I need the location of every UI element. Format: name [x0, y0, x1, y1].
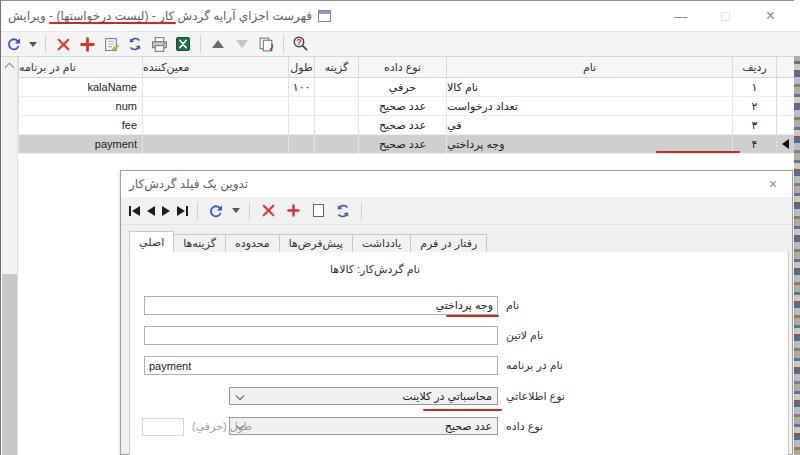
refresh-dropdown-icon[interactable]	[5, 35, 23, 53]
cell-determiner	[142, 116, 288, 135]
column-header-length[interactable]: طول	[288, 57, 314, 78]
refresh-icon[interactable]	[334, 202, 352, 220]
nav-first-icon[interactable]	[129, 206, 140, 216]
delete-icon[interactable]	[54, 35, 72, 53]
tab-defaults[interactable]: پيش‌فرض‌ها	[279, 234, 353, 253]
cell-length	[288, 97, 314, 116]
table-row[interactable]: fee عدد صحيح في ۳	[18, 116, 794, 135]
column-header-radif[interactable]: رديف	[732, 57, 776, 78]
cell-radif: ۱	[732, 78, 776, 97]
delete-icon[interactable]	[259, 202, 277, 220]
table-row[interactable]: kalaName ۱۰۰ حرفي نام کالا ۱	[18, 78, 794, 97]
tab-main[interactable]: اصلي	[129, 231, 174, 253]
tab-range[interactable]: محدوده	[225, 234, 280, 253]
cell-name: نام کالا	[446, 78, 732, 97]
minimize-button[interactable]: —	[658, 1, 703, 31]
table-row[interactable]: num عدد صحيح تعداد درخواست ۲	[18, 97, 794, 116]
cell-option	[314, 97, 358, 116]
tab-page-main: نام گردش‌کار: کالاها نام نام لاتين نام د…	[129, 252, 789, 455]
info-type-value: محاسباتي در کلاينت	[230, 390, 497, 403]
add-icon[interactable]	[78, 35, 96, 53]
cell-marker	[776, 97, 794, 116]
cell-option	[314, 78, 358, 97]
latin-name-input[interactable]	[144, 326, 498, 345]
main-titlebar: فهرست اجزاي آرايه گردش کار - (ليست درخوا…	[1, 1, 800, 31]
cell-determiner	[142, 78, 288, 97]
dialog-toolbar	[121, 197, 792, 225]
main-window-title: فهرست اجزاي آرايه گردش کار - (ليست درخوا…	[8, 9, 312, 23]
cell-length	[288, 135, 314, 154]
sort-ascending-icon[interactable]	[209, 35, 227, 53]
annotation-row-name-underline	[656, 151, 740, 153]
cell-length: ۱۰۰	[288, 78, 314, 97]
maximize-button[interactable]	[703, 1, 748, 31]
cell-radif: ۲	[732, 97, 776, 116]
cell-data-type: عدد صحيح	[358, 116, 446, 135]
new-page-icon[interactable]	[309, 202, 327, 220]
print-icon[interactable]	[150, 35, 168, 53]
column-header-option[interactable]: گزينه	[314, 57, 358, 78]
copy-pages-icon[interactable]	[257, 35, 275, 53]
close-icon: ×	[766, 7, 775, 25]
screenshot-root: فهرست اجزاي آرايه گردش کار - (ليست درخوا…	[0, 0, 800, 455]
refresh-icon[interactable]	[126, 35, 144, 53]
data-type-select[interactable]: عدد صحيح	[229, 417, 498, 435]
name-label: نام	[506, 299, 656, 312]
annotation-info-type-underline	[423, 409, 502, 411]
scrollbar-up-icon[interactable]	[5, 63, 15, 73]
latin-name-label: نام لاتين	[506, 329, 656, 342]
cell-prog-name: num	[18, 97, 142, 116]
toolbar-separator	[45, 35, 46, 53]
nav-previous-icon[interactable]	[147, 206, 155, 216]
current-row-marker	[776, 135, 794, 154]
refresh-dropdown-icon[interactable]	[207, 202, 225, 220]
vertical-scrollbar[interactable]	[2, 57, 18, 455]
background-edge-sliver	[794, 56, 800, 455]
dialog-titlebar: تدوين يک فيلد گردش‌کار ×	[121, 171, 792, 197]
prog-name-label: نام در برنامه	[506, 359, 656, 372]
tab-options[interactable]: گزينه‌ها	[173, 234, 226, 253]
annotation-title-underline	[49, 22, 176, 24]
tab-behavior-in-form[interactable]: رفتار در فرم	[410, 234, 487, 253]
search-help-icon[interactable]: ?	[292, 35, 310, 53]
toolbar-separator	[283, 35, 284, 53]
cell-marker	[776, 116, 794, 135]
column-header-data-type[interactable]: نوع داده	[358, 57, 446, 78]
scrollbar-thumb[interactable]	[2, 274, 17, 455]
info-type-label: نوع اطلاعاتي	[506, 390, 656, 403]
prog-name-input[interactable]	[144, 356, 498, 375]
column-header-name[interactable]: نام	[446, 57, 732, 78]
close-button[interactable]: ×	[748, 1, 793, 31]
toolbar-separator	[249, 202, 250, 220]
length-input[interactable]	[142, 418, 184, 436]
length-label: طول (حرفي)	[192, 420, 252, 433]
column-header-marker	[776, 57, 794, 78]
toolbar-separator	[200, 35, 201, 53]
maximize-icon	[721, 12, 730, 21]
close-icon: ×	[769, 176, 777, 192]
edit-form-icon[interactable]	[102, 35, 120, 53]
nav-last-icon[interactable]	[177, 206, 188, 216]
export-excel-icon[interactable]	[174, 35, 192, 53]
fields-table: نام در برنامه معين‌کننده طول گزينه نوع د…	[18, 57, 794, 154]
nav-next-icon[interactable]	[162, 206, 170, 216]
cell-determiner	[142, 97, 288, 116]
cell-data-type: عدد صحيح	[358, 97, 446, 116]
dropdown-caret-icon[interactable]	[29, 42, 37, 47]
column-header-determiner[interactable]: معين‌کننده	[142, 57, 288, 78]
annotation-name-value-underline	[446, 315, 499, 317]
name-input[interactable]	[144, 296, 498, 315]
cell-determiner	[142, 135, 288, 154]
table-header-row: نام در برنامه معين‌کننده طول گزينه نوع د…	[18, 57, 794, 78]
sort-descending-icon[interactable]	[233, 35, 251, 53]
cell-name: في	[446, 116, 732, 135]
toolbar-separator	[197, 202, 198, 220]
dropdown-caret-icon[interactable]	[232, 208, 240, 213]
column-header-prog-name[interactable]: نام در برنامه	[18, 57, 142, 78]
tab-note[interactable]: يادداشت	[352, 234, 411, 253]
add-icon[interactable]	[284, 202, 302, 220]
data-type-value: عدد صحيح	[230, 420, 497, 433]
dialog-close-button[interactable]: ×	[758, 171, 788, 197]
info-type-select[interactable]: محاسباتي در کلاينت	[229, 387, 498, 405]
cell-length	[288, 116, 314, 135]
